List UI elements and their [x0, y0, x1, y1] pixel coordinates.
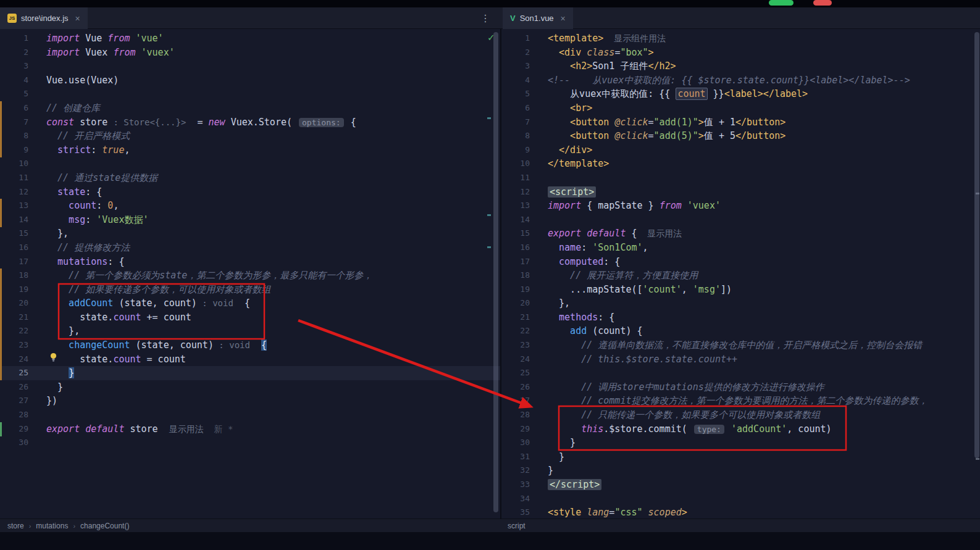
code-line[interactable]: 31 } — [501, 450, 980, 464]
code-line[interactable]: 10 — [0, 157, 500, 171]
tab-store-index-js[interactable]: JS store\index.js × — [0, 7, 88, 29]
code-line[interactable]: 14 msg: 'Vuex数据' — [0, 213, 500, 227]
code-line[interactable]: 28 // 只能传递一个参数，如果要多个可以使用对象或者数组 — [501, 408, 980, 422]
code-line[interactable]: 30 — [0, 436, 500, 450]
code-line[interactable]: 14 — [501, 213, 980, 227]
line-number: 21 — [0, 310, 38, 325]
line-number: 19 — [0, 283, 38, 297]
code-line[interactable]: 1<template> 显示组件用法 — [501, 31, 980, 46]
code-line[interactable]: 13import { mapState } from 'vuex' — [501, 199, 980, 213]
code-line[interactable]: 15export default { 显示用法 — [501, 227, 980, 241]
code-line[interactable]: 16 // 提供修改方法 — [0, 241, 500, 255]
line-number: 10 — [0, 157, 38, 171]
code-line[interactable]: 18 // 展开运算符，方便直接使用 — [501, 269, 980, 283]
code-line[interactable]: 19 ...mapState(['count', 'msg']) — [501, 283, 980, 297]
tab-son1-vue[interactable]: V Son1.vue × — [503, 7, 573, 29]
code-line[interactable]: 24 // this.$store.state.count++ — [501, 352, 980, 367]
code-line[interactable]: 9 </div> — [501, 143, 980, 157]
code-line[interactable]: 21 methods: { — [501, 310, 980, 325]
code-line[interactable]: 9 strict: true, — [0, 143, 500, 157]
code-line[interactable]: 19 // 如果要传递多个参数，可以使用对象或者数组 — [0, 283, 500, 297]
line-number: 10 — [501, 157, 540, 171]
breadcrumb-item[interactable]: changeCount() — [80, 522, 129, 530]
line-number: 19 — [501, 283, 540, 297]
code-line[interactable]: 33</script> — [501, 478, 980, 492]
code-line[interactable]: 6 <br> — [501, 101, 980, 115]
code-line[interactable]: 24 state.count = count — [0, 352, 500, 367]
tab-close-icon[interactable]: × — [75, 14, 80, 23]
code-line[interactable]: 34 — [501, 492, 980, 506]
code-line[interactable]: 18 // 第一个参数必须为state，第二个参数为形参，最多只能有一个形参， — [0, 269, 500, 283]
line-number: 6 — [0, 101, 38, 115]
code-line[interactable]: 25 — [501, 366, 980, 380]
code-line[interactable]: 12<script> — [501, 185, 980, 199]
code-line[interactable]: 8 <button @click="add(5)">值 + 5</button> — [501, 129, 980, 143]
code-line[interactable]: 27}) — [0, 394, 500, 408]
breadcrumb-item[interactable]: mutations — [36, 522, 68, 530]
editor-pane-right[interactable]: 1<template> 显示组件用法2 <div class="box">3 <… — [500, 29, 980, 519]
code-line[interactable]: 26 } — [0, 380, 500, 394]
line-number: 20 — [0, 296, 38, 310]
line-number: 24 — [0, 352, 38, 367]
code-line[interactable]: 21 state.count += count — [0, 310, 500, 325]
code-line[interactable]: 13 count: 0, — [0, 199, 500, 213]
breadcrumb-item[interactable]: store — [7, 522, 24, 530]
code-line[interactable]: 22 }, — [0, 324, 500, 338]
tab-options-kebab-icon[interactable]: ⋮ — [480, 12, 490, 24]
code-line[interactable]: 3 <h2>Son1 子组件</h2> — [501, 59, 980, 73]
code-line[interactable]: 5 从vuex中获取的值: {{ count }}<label></label> — [501, 87, 980, 101]
code-line[interactable]: 20 addCount (state, count) : void { — [0, 296, 500, 310]
code-line[interactable]: 1import Vue from 'vue' — [0, 31, 500, 46]
line-number: 18 — [0, 269, 38, 283]
code-line[interactable]: 5 — [0, 87, 500, 101]
code-line[interactable]: 22 add (count) { — [501, 324, 980, 338]
code-line[interactable]: 4<!-- 从vuex中获取的值: {{ $store.state.count}… — [501, 73, 980, 88]
code-line[interactable]: 30 } — [501, 436, 980, 450]
stripe-mark — [487, 246, 491, 248]
code-line[interactable]: 7const store : Store<{...}> = new Vuex.S… — [0, 115, 500, 130]
line-number: 16 — [0, 241, 38, 255]
code-line[interactable]: 26 // 调用store中mutations提供的修改方法进行修改操作 — [501, 380, 980, 394]
vcs-change-marker-added — [0, 422, 2, 436]
code-line[interactable]: 17 mutations: { — [0, 255, 500, 269]
code-line[interactable]: 6// 创建仓库 — [0, 101, 500, 115]
code-line[interactable]: 4Vue.use(Vuex) — [0, 73, 500, 88]
code-line[interactable]: 15 }, — [0, 227, 500, 241]
line-number: 2 — [0, 46, 38, 60]
tab-close-icon[interactable]: × — [561, 14, 566, 23]
code-line[interactable]: 11 — [501, 171, 980, 185]
window-footer — [0, 532, 980, 550]
code-line[interactable]: 3 — [0, 59, 500, 73]
code-line[interactable]: 8 // 开启严格模式 — [0, 129, 500, 143]
line-number: 21 — [501, 310, 540, 325]
editor-pane-left[interactable]: 1import Vue from 'vue'2import Vuex from … — [0, 29, 500, 519]
code-line[interactable]: 29 this.$store.commit( type: 'addCount',… — [501, 422, 980, 436]
code-line[interactable]: 25 } — [0, 366, 500, 380]
code-line[interactable]: 17 computed: { — [501, 255, 980, 269]
line-number: 14 — [0, 213, 38, 227]
intention-bulb-icon[interactable] — [49, 352, 57, 365]
code-line[interactable]: 10</template> — [501, 157, 980, 171]
code-line[interactable]: 7 <button @click="add(1)">值 + 1</button> — [501, 115, 980, 130]
scrollbar-left[interactable] — [493, 32, 498, 512]
code-line[interactable]: 2import Vuex from 'vuex' — [0, 46, 500, 60]
code-line[interactable]: 20 }, — [501, 296, 980, 310]
stripe-mark — [487, 117, 491, 119]
code-line[interactable]: 2 <div class="box"> — [501, 46, 980, 60]
code-line[interactable]: 12 state: { — [0, 185, 500, 199]
line-number: 20 — [501, 296, 540, 310]
code-line[interactable]: 11 // 通过state提供数据 — [0, 171, 500, 185]
javascript-file-icon: JS — [7, 14, 17, 23]
code-line[interactable]: 23 // 遵循单向数据流，不能直接修改仓库中的值，开启严格模式之后，控制台会报… — [501, 338, 980, 352]
code-line[interactable]: 16 name: 'Son1Com', — [501, 241, 980, 255]
breadcrumb-separator: › — [73, 522, 75, 530]
scrollbar-right[interactable] — [974, 32, 979, 458]
breadcrumb-bar: store›mutations›changeCount() script — [0, 519, 980, 532]
breadcrumb-item[interactable]: script — [508, 522, 526, 530]
code-line[interactable]: 23 changeCount (state, count) : void { — [0, 338, 500, 352]
code-line[interactable]: 27 // commit提交修改方法，第一个参数为要调用的方法，第二个参数为传递… — [501, 394, 980, 408]
code-line[interactable]: 35<style lang="css" scoped> — [501, 506, 980, 519]
code-line[interactable]: 28 — [0, 408, 500, 422]
code-line[interactable]: 29export default store 显示用法 新 * — [0, 422, 500, 436]
code-line[interactable]: 32} — [501, 464, 980, 478]
